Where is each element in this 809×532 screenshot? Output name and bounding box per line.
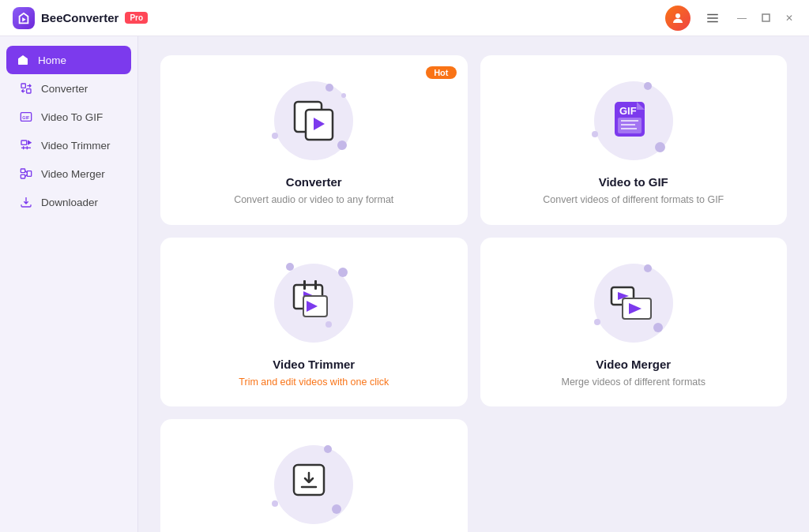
trimmer-card-desc: Trim and edit videos with one click — [239, 376, 389, 390]
svg-text:GIF: GIF — [22, 115, 30, 120]
svg-rect-5 — [762, 14, 769, 21]
title-bar: BeeConverter Pro — ✕ — [0, 0, 809, 36]
downloader-card[interactable]: Downloader Download from 1000+ supported… — [160, 419, 468, 532]
sidebar-item-video-to-gif[interactable]: GIF Video To GIF — [6, 103, 131, 131]
sidebar-item-video-merger[interactable]: Video Merger — [6, 159, 131, 188]
dot-trim-1 — [286, 263, 294, 271]
bottom-row: Downloader Download from 1000+ supported… — [160, 419, 787, 532]
svg-rect-16 — [21, 169, 24, 173]
svg-rect-8 — [27, 89, 31, 93]
dot-merge-1 — [644, 264, 652, 272]
converter-card-desc: Convert audio or video to any format — [234, 193, 393, 208]
sidebar-item-home-label: Home — [38, 54, 66, 66]
close-button[interactable]: ✕ — [782, 11, 796, 25]
merger-card-title: Video Merger — [596, 358, 671, 371]
sidebar-item-downloader-label: Downloader — [41, 197, 98, 208]
trimmer-card-icon — [286, 275, 341, 331]
merge-icon — [19, 167, 33, 181]
video-to-gif-card[interactable]: GIF Video to GIF Convert videos of diffe… — [480, 55, 788, 225]
svg-rect-11 — [21, 140, 27, 144]
app-name: BeeConverter — [41, 11, 119, 24]
svg-rect-32 — [314, 280, 317, 290]
svg-text:GIF: GIF — [619, 105, 637, 117]
sidebar-item-gif-label: Video To GIF — [41, 111, 103, 123]
svg-rect-7 — [21, 84, 25, 88]
svg-rect-6 — [21, 61, 24, 65]
svg-rect-18 — [27, 171, 31, 177]
converter-icon-area — [270, 77, 357, 164]
menu-icon[interactable] — [700, 6, 725, 31]
dot-gif-1 — [644, 82, 652, 90]
video-trimmer-card[interactable]: Video Trimmer Trim and edit videos with … — [160, 238, 468, 407]
sidebar-item-converter-label: Converter — [41, 83, 88, 95]
hot-badge: Hot — [426, 66, 456, 79]
sidebar-item-converter[interactable]: Converter — [6, 74, 131, 103]
downloader-card-icon — [288, 459, 340, 511]
sidebar-item-trimmer-label: Video Trimmer — [41, 140, 111, 152]
sidebar-item-merger-label: Video Merger — [41, 168, 105, 180]
dot-gif-2 — [592, 131, 598, 137]
gif-icon: GIF — [19, 110, 33, 124]
trimmer-icon-area — [270, 260, 357, 347]
video-merger-card[interactable]: Video Merger Merge videos of different f… — [480, 238, 788, 407]
window-controls: — ✕ — [665, 6, 796, 31]
svg-marker-0 — [22, 17, 26, 21]
gif-icon-area: GIF — [590, 77, 677, 164]
maximize-button[interactable] — [758, 11, 773, 25]
dot-merge-2 — [594, 319, 600, 325]
svg-rect-31 — [303, 280, 306, 290]
home-icon — [16, 53, 30, 67]
main-layout: Home Converter GIF Video To G — [0, 36, 809, 532]
merger-icon-area — [590, 260, 677, 347]
dot-dl-2 — [272, 500, 278, 507]
gif-card-desc: Convert videos of different formats to G… — [543, 193, 724, 208]
merger-card-desc: Merge videos of different formats — [562, 376, 706, 390]
svg-point-1 — [675, 13, 680, 18]
sidebar-item-downloader[interactable]: Downloader — [6, 188, 131, 216]
merger-card-icon — [607, 276, 660, 330]
sidebar: Home Converter GIF Video To G — [0, 36, 138, 532]
empty-slot — [480, 419, 788, 532]
gif-card-icon: GIF — [607, 94, 660, 148]
svg-rect-17 — [21, 174, 24, 178]
gif-card-title: Video to GIF — [599, 175, 668, 189]
converter-card-icon — [288, 96, 339, 146]
trim-icon — [19, 138, 33, 152]
trimmer-card-title: Video Trimmer — [273, 358, 355, 371]
sidebar-item-video-trimmer[interactable]: Video Trimmer — [6, 131, 131, 159]
downloader-icon-area — [270, 441, 357, 528]
converter-card[interactable]: Hot Converter Convert audio or video to … — [160, 55, 468, 225]
svg-marker-12 — [28, 141, 31, 144]
app-logo — [13, 7, 35, 29]
main-content: Hot Converter Convert audio or video to … — [138, 36, 809, 532]
minimize-button[interactable]: — — [735, 11, 749, 25]
user-avatar[interactable] — [665, 6, 690, 31]
converter-card-title: Converter — [286, 175, 342, 189]
download-sidebar-icon — [19, 195, 33, 209]
converter-icon — [19, 81, 33, 96]
pro-badge: Pro — [125, 12, 148, 24]
sidebar-item-home[interactable]: Home — [6, 46, 131, 74]
cards-grid: Hot Converter Convert audio or video to … — [160, 55, 787, 406]
